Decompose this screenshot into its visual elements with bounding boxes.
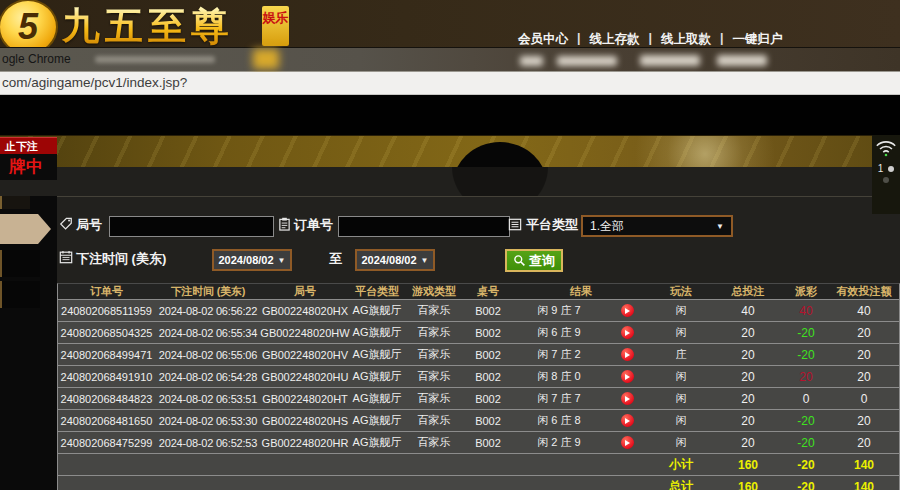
letterbox-band	[0, 95, 900, 135]
cell-order_no: 240802068504325	[58, 322, 155, 343]
date-from-value: 2024/08/02	[219, 254, 274, 266]
cell-game_no: GB002248020HU	[261, 366, 349, 387]
clipboard-icon	[278, 217, 291, 235]
cell-bet_time: 2024-08-02 06:53:30	[155, 410, 261, 431]
table-row: 2408020685043252024-08-02 06:55:34GB0022…	[58, 322, 899, 344]
table-row: 2408020684919102024-08-02 06:54:28GB0022…	[58, 366, 899, 388]
play-video-icon[interactable]	[605, 366, 649, 387]
blurred-account-info	[557, 56, 617, 66]
column-header: 派彩	[783, 284, 829, 299]
stream-quality-option[interactable]	[872, 177, 900, 183]
cell-table_no: B002	[463, 410, 513, 431]
cell-play: 闲	[649, 432, 713, 453]
cell-payout: -20	[783, 410, 829, 431]
game-no-label: 局号	[76, 216, 102, 234]
play-video-icon[interactable]	[621, 392, 634, 405]
table-row: 2408020684752992024-08-02 06:52:53GB0022…	[58, 432, 899, 454]
column-header: 有效投注额	[829, 284, 899, 299]
cell-order_no: 240802068481650	[58, 410, 155, 431]
cell-game_no: GB002248020HV	[261, 344, 349, 365]
play-video-icon[interactable]	[605, 344, 649, 365]
cell-valid_bet: 20	[829, 366, 899, 387]
tag-icon	[59, 217, 73, 235]
cell-game_type: 百家乐	[405, 410, 463, 431]
platform-type-label: 平台类型	[526, 216, 578, 234]
summary-row: 总计160-20140	[58, 476, 899, 490]
play-video-icon[interactable]	[605, 322, 649, 343]
cell-result: 闲 2 庄 9	[513, 432, 605, 453]
play-video-icon[interactable]	[605, 410, 649, 431]
play-video-icon[interactable]	[621, 304, 634, 317]
summary-label: 总计	[649, 476, 713, 490]
play-video-icon[interactable]	[621, 414, 634, 427]
play-triangle	[625, 330, 630, 336]
date-to-value: 2024/08/02	[362, 254, 417, 266]
query-button[interactable]: 查询	[505, 249, 563, 272]
search-icon	[513, 254, 526, 267]
summary-label: 小计	[649, 454, 713, 475]
cell-result: 闲 7 庄 2	[513, 344, 605, 365]
cell-play: 闲	[649, 388, 713, 409]
cell-result: 闲 8 庄 0	[513, 366, 605, 387]
sidebar-menu-item[interactable]	[0, 250, 40, 277]
cell-result: 闲 9 庄 7	[513, 300, 605, 321]
table-row: 2408020684816502024-08-02 06:53:30GB0022…	[58, 410, 899, 432]
cell-total_bet: 20	[713, 344, 783, 365]
cell-valid_bet: 20	[829, 344, 899, 365]
brand-name: 九五至尊	[62, 1, 234, 52]
cell-bet_time: 2024-08-02 06:55:34	[155, 322, 261, 343]
nav-separator: |	[720, 31, 724, 48]
game-no-input[interactable]	[109, 216, 274, 237]
date-from-select[interactable]: 2024/08/02 ▼	[212, 249, 292, 271]
date-to-label: 至	[329, 250, 342, 268]
platform-type-select[interactable]: 1.全部 ▼	[581, 215, 733, 237]
cell-game_no: GB002248020HW	[261, 322, 349, 343]
sidebar-menu-item-active[interactable]	[0, 214, 38, 244]
date-to-select[interactable]: 2024/08/02 ▼	[355, 249, 435, 271]
play-video-icon[interactable]	[621, 326, 634, 339]
play-video-icon[interactable]	[605, 432, 649, 453]
cell-result: 闲 6 庄 8	[513, 410, 605, 431]
stream-quality-option[interactable]: 1	[872, 163, 900, 174]
sidebar-menu-item[interactable]	[0, 281, 40, 308]
cell-game_type: 百家乐	[405, 344, 463, 365]
order-no-input[interactable]	[338, 216, 510, 237]
stream-quality-panel: 1	[872, 135, 900, 214]
table-header-row: 订单号下注时间 (美东)局号平台类型游戏类型桌号结果玩法总投注派彩有效投注额	[58, 284, 899, 300]
calendar-icon	[59, 250, 73, 268]
play-video-icon[interactable]	[621, 436, 634, 449]
cell-bet_time: 2024-08-02 06:56:22	[155, 300, 261, 321]
play-video-icon[interactable]	[621, 370, 634, 383]
cell-platform: AG旗舰厅	[349, 432, 405, 453]
cell-total_bet: 20	[713, 432, 783, 453]
column-header: 订单号	[58, 284, 155, 299]
play-triangle	[625, 440, 630, 446]
cell-play: 闲	[649, 410, 713, 431]
stop-betting-banner: 止下注	[0, 137, 57, 154]
cell-platform: AG旗舰厅	[349, 322, 405, 343]
cell-table_no: B002	[463, 344, 513, 365]
cell-table_no: B002	[463, 432, 513, 453]
cell-platform: AG旗舰厅	[349, 410, 405, 431]
cell-total_bet: 40	[713, 300, 783, 321]
play-video-icon[interactable]	[605, 388, 649, 409]
summary-total-bet: 160	[713, 476, 783, 490]
nav-item[interactable]: 线上取款	[661, 31, 711, 48]
bet-records-table: 订单号下注时间 (美东)局号平台类型游戏类型桌号结果玩法总投注派彩有效投注额 2…	[57, 283, 900, 490]
top-nav: 会员中心|线上存款|线上取款|一键归户	[518, 31, 783, 48]
nav-item[interactable]: 会员中心	[518, 31, 568, 48]
order-no-label: 订单号	[294, 216, 333, 234]
chevron-down-icon: ▼	[421, 256, 429, 265]
blurred-account-info	[520, 56, 543, 66]
play-video-icon[interactable]	[605, 300, 649, 321]
cell-game_type: 百家乐	[405, 322, 463, 343]
cell-total_bet: 20	[713, 410, 783, 431]
cell-valid_bet: 40	[829, 300, 899, 321]
nav-item[interactable]: 线上存款	[590, 31, 640, 48]
left-sidebar	[0, 196, 57, 490]
summary-payout: -20	[783, 476, 829, 490]
play-video-icon[interactable]	[621, 348, 634, 361]
nav-item[interactable]: 一键归户	[733, 31, 783, 48]
cell-bet_time: 2024-08-02 06:54:28	[155, 366, 261, 387]
sidebar-menu-item[interactable]	[0, 196, 30, 209]
